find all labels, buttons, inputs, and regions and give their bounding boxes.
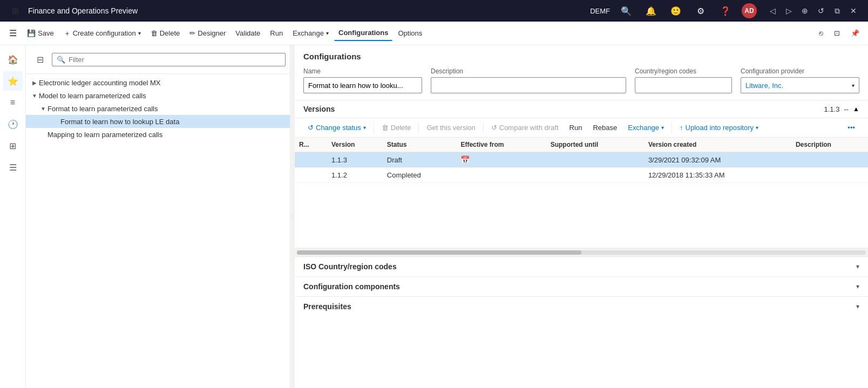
components-chevron-icon: ▾ [856,283,859,290]
tree-item-mapping-learn[interactable]: Mapping to learn parameterized calls [26,128,290,141]
user-label: DEMF [590,7,610,15]
table-row[interactable]: 1.1.3 Draft 📅 3/29/2021 09:32:09 AM [295,152,868,168]
delete-icon-versions: 🗑 [382,124,389,132]
home-nav-button[interactable]: 🏠 [3,50,23,69]
cell-description-1 [791,152,868,168]
save-button[interactable]: 💾 Save [23,26,58,40]
horizontal-scrollbar[interactable] [295,248,868,256]
resize-handle[interactable]: ⋮ [290,45,295,388]
calendar-icon[interactable]: 📅 [460,155,470,164]
exchange-button[interactable]: Exchange ▾ [288,26,333,40]
create-configuration-button[interactable]: ＋ Create configuration ▾ [59,25,145,42]
cell-effective-from-1: 📅 [456,152,546,168]
tree-item-format-lookup[interactable]: Format to learn how to lookup LE data [26,115,290,128]
avatar[interactable]: AD [742,3,757,18]
cell-status-1: Draft [383,152,457,168]
smiley-button[interactable]: 🙂 [667,2,684,19]
list-nav-button[interactable]: ≡ [3,93,23,112]
refresh-icon: ↺ [308,124,314,132]
versions-collapse-button[interactable]: ▲ [853,105,859,113]
country-input[interactable] [635,77,732,93]
versions-delete-button[interactable]: 🗑 Delete [377,121,416,134]
prev-window-button[interactable]: ◁ [764,3,781,19]
cell-status-2: Completed [383,168,457,183]
iso-header[interactable]: ISO Country/region codes ▾ [295,257,868,276]
versions-toolbar: ↺ Change status ▾ 🗑 Delete Get this vers… [295,118,868,138]
delete-button[interactable]: 🗑 Delete [146,26,185,40]
version-number-badge: 1.1.3 [824,105,840,113]
country-field: Country/region codes [635,67,732,93]
iso-section: ISO Country/region codes ▾ [295,256,868,276]
version-separator: -- [844,105,849,113]
table-row[interactable]: 1.1.2 Completed 12/29/2018 11:35:33 AM [295,168,868,183]
rebase-button[interactable]: Rebase [588,121,621,134]
provider-label: Configuration provider [741,67,859,75]
notification-bell-button[interactable]: 🔔 [642,2,660,19]
upload-into-repository-button[interactable]: ↑ Upload into repository ▾ [675,121,763,134]
options-button[interactable]: Options [394,26,426,40]
provider-select[interactable]: Litware, Inc. ▾ [741,77,859,93]
cell-supported-until-2 [546,168,644,183]
configurations-section-title: Configurations [295,45,868,63]
refresh-button[interactable]: ↺ [813,3,829,19]
filter-toggle-button[interactable]: ⊟ [30,50,50,69]
chevron-down-icon-exchange: ▾ [326,30,329,36]
col-supported-until: Supported until [546,138,644,152]
new-tab-button[interactable]: ⊕ [797,3,813,19]
configurations-tab-button[interactable]: Configurations [334,25,392,41]
panel-toggle-button[interactable]: ⊡ [830,26,844,40]
cell-r-2 [295,168,327,183]
description-input[interactable] [431,77,626,93]
grid-nav-button[interactable]: ⊞ [3,136,23,155]
expand-icon-5 [39,130,48,139]
tree-item-electronic-ledger[interactable]: ▶ Electronic ledger accounting model MX [26,76,290,89]
description-label: Description [431,67,626,75]
compare-with-draft-button[interactable]: ↺ Compare with draft [487,121,563,134]
more-options-button[interactable]: ••• [843,121,859,134]
versions-run-button[interactable]: Run [565,121,587,134]
star-nav-button[interactable]: ⭐ [3,71,23,91]
empty-table-area [295,183,868,248]
share-button[interactable]: ⎋ [815,26,828,40]
panel-icon: ⊡ [834,29,840,37]
get-this-version-button[interactable]: Get this version [422,121,479,134]
filter-input[interactable] [69,56,281,64]
designer-button[interactable]: ✏ Designer [185,26,230,40]
col-version: Version [327,138,383,152]
col-version-created: Version created [644,138,791,152]
grid-menu-button[interactable]: ⊞ [6,2,24,19]
versions-table-wrap: R... Version Status Effective from Suppo… [295,138,868,183]
settings-button[interactable]: ⚙ [692,2,709,19]
tree-item-format-learn[interactable]: ▼ Format to learn parameterized calls [26,102,290,115]
expand-window-button[interactable]: ▷ [781,3,797,19]
pin-button[interactable]: 📌 [846,26,864,40]
change-status-button[interactable]: ↺ Change status ▾ [303,121,370,134]
components-header[interactable]: Configuration components ▾ [295,277,868,296]
close-button[interactable]: ✕ [845,3,862,19]
scrollbar-thumb[interactable] [297,250,581,255]
components-section: Configuration components ▾ [295,276,868,296]
menu-nav-button[interactable]: ☰ [3,158,23,177]
toolbar-separator-1 [374,122,374,133]
hamburger-menu-button[interactable]: ☰ [4,25,22,42]
titlebar: ⊞ Finance and Operations Preview DEMF 🔍 … [0,0,868,22]
prerequisites-header[interactable]: Prerequisites ▾ [295,297,868,316]
main-layout: 🏠 ⭐ ≡ 🕐 ⊞ ☰ ⊟ 🔍 ▶ Electronic ledger acco… [0,45,868,388]
expand-icon-3: ▼ [39,104,48,113]
restore-button[interactable]: ⧉ [829,3,845,19]
versions-section: Versions 1.1.3 -- ▲ ↺ Change status ▾ [295,100,868,256]
header-row: R... Version Status Effective from Suppo… [295,138,868,152]
run-button[interactable]: Run [266,26,287,40]
tree-item-model-learn[interactable]: ▼ Model to learn parameterized calls [26,89,290,102]
validate-button[interactable]: Validate [231,26,265,40]
help-button[interactable]: ❓ [717,2,734,19]
versions-exchange-button[interactable]: Exchange ▾ [623,121,668,134]
search-input-wrap: 🔍 [52,53,286,66]
search-button[interactable]: 🔍 [618,2,635,19]
table-body: 1.1.3 Draft 📅 3/29/2021 09:32:09 AM [295,152,868,183]
plus-icon: ＋ [64,29,71,38]
delete-icon: 🗑 [151,29,158,37]
name-label: Name [303,67,422,75]
name-input[interactable] [303,77,422,93]
clock-nav-button[interactable]: 🕐 [3,114,23,134]
